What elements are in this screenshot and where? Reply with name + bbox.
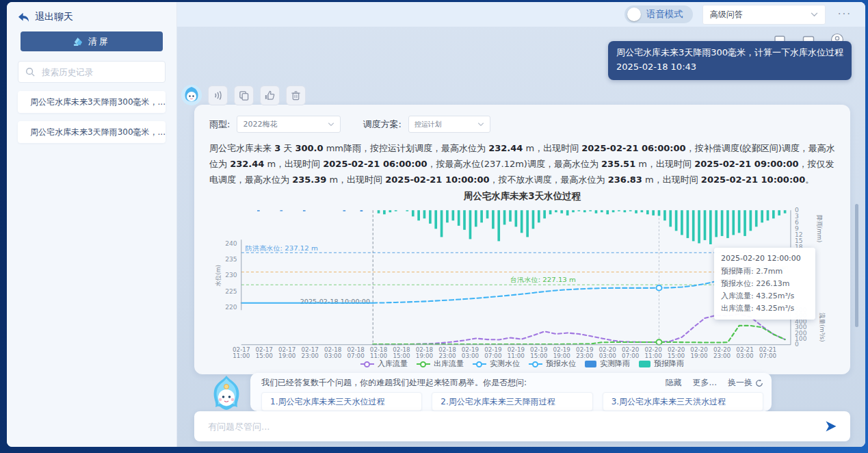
svg-text:02-1715:00: 02-1715:00: [256, 347, 273, 360]
history-sidebar: 退出聊天 清屏 周公宅水库未来3天降雨300毫米，...周公宅水库未来3天降雨3…: [7, 2, 177, 447]
user-message-bubble: 周公宅水库未来3天降雨300毫米，计算一下水库水位过程 2025-02-18 1…: [608, 41, 852, 80]
refresh-icon: [755, 379, 763, 387]
refresh-suggestions-link[interactable]: 换一换: [728, 377, 763, 389]
search-icon: [25, 67, 35, 77]
chat-scrollbar[interactable]: [855, 204, 858, 327]
svg-text:02-1719:00: 02-1719:00: [278, 347, 295, 360]
svg-text:02-1823:00: 02-1823:00: [438, 347, 456, 360]
svg-text:02-1811:00: 02-1811:00: [370, 347, 387, 360]
svg-text:02-1815:00: 02-1815:00: [393, 347, 410, 360]
chevron-down-icon: [328, 122, 334, 127]
suggestion-chip[interactable]: 1.周公宅水库未来三天水位过程: [261, 392, 422, 411]
svg-text:240: 240: [225, 240, 237, 247]
clear-screen-button[interactable]: 清屏: [21, 31, 163, 51]
voice-mode-toggle[interactable]: 语音模式: [624, 5, 693, 23]
like-button[interactable]: [260, 86, 280, 105]
chart-legend: 入库流量出库流量实测水位预报水位实测降雨预报降雨: [209, 359, 835, 369]
legend-swatch: [529, 363, 542, 365]
qa-mode-value: 高级问答: [710, 9, 743, 21]
legend-swatch: [360, 363, 374, 365]
bot-message-toolbar: [181, 85, 306, 105]
tooltip-row: 预报水位: 226.13m: [721, 278, 808, 290]
history-item[interactable]: 周公宅水库未来3天降雨300毫米，...: [18, 91, 166, 113]
svg-text:220: 220: [225, 305, 237, 311]
tooltip-row: 预报降雨: 2.7mm: [721, 266, 808, 278]
plan-select[interactable]: 控运计划: [408, 116, 490, 133]
user-message-time: 2025-02-18 10:43: [616, 60, 843, 75]
svg-text:02-1919:00: 02-1919:00: [553, 347, 570, 360]
legend-item[interactable]: 预报降雨: [639, 359, 684, 369]
rain-type-select[interactable]: 2022梅花: [237, 116, 341, 133]
svg-text:02-1723:00: 02-1723:00: [302, 347, 319, 360]
chevron-down-icon: [477, 122, 484, 127]
legend-item[interactable]: 出库流量: [417, 359, 464, 369]
exit-chat-label: 退出聊天: [35, 11, 73, 23]
svg-text:02-2003:00: 02-2003:00: [599, 347, 616, 360]
svg-text:降雨(mm): 降雨(mm): [815, 216, 822, 243]
legend-item[interactable]: 预报水位: [529, 359, 576, 369]
tooltip-row: 出库流量: 43.25m³/s: [721, 302, 808, 315]
svg-text:防洪高水位: 237.12 m: 防洪高水位: 237.12 m: [246, 244, 318, 252]
svg-text:02-1711:00: 02-1711:00: [233, 347, 250, 360]
legend-swatch: [639, 361, 650, 367]
qa-mode-select[interactable]: 高级问答: [702, 5, 826, 25]
chart-container: 周公宅水库未来3天水位过程 2025-02-18 10:00:00防洪高水位: …: [209, 190, 835, 369]
sound-waves-icon: [213, 90, 223, 101]
svg-text:0: 0: [795, 341, 799, 348]
svg-text:02-1803:00: 02-1803:00: [324, 347, 341, 360]
svg-text:02-1907:00: 02-1907:00: [484, 347, 501, 360]
top-toolbar: 语音模式 高级问答 ···: [177, 2, 865, 27]
suggestions-links: 隐藏 更多... 换一换: [666, 377, 763, 389]
bot-avatar: [181, 85, 202, 105]
copy-icon: [239, 90, 249, 101]
history-item[interactable]: 周公宅水库未来3天降雨300毫米，...: [18, 121, 166, 143]
user-message-text: 周公宅水库未来3天降雨300毫米，计算一下水库水位过程: [616, 46, 843, 60]
chevron-down-icon: [811, 12, 818, 17]
svg-text:02-2107:00: 02-2107:00: [759, 347, 776, 360]
legend-item[interactable]: 实测水位: [473, 359, 520, 369]
svg-text:235: 235: [225, 257, 237, 263]
history-search-input[interactable]: [40, 66, 158, 78]
legend-swatch: [473, 363, 486, 365]
back-arrow-icon: [18, 12, 29, 23]
svg-text:02-2023:00: 02-2023:00: [713, 347, 731, 360]
chat-main: 语音模式 高级问答 ··· 周公宅水库未来3天降雨300毫米，计算一下水库水位过…: [177, 2, 865, 447]
result-paragraph: 周公宅水库未来 3 天 300.0 mm降雨，按控运计划调度，最高水位为 232…: [209, 140, 835, 187]
voice-mode-label: 语音模式: [646, 8, 683, 21]
bot-response-card: 雨型: 2022梅花 调度方案: 控运计划 周公宅水库未来 3 天 300.0 …: [194, 105, 850, 374]
tooltip-time: 2025-02-20 12:00:00: [721, 253, 808, 265]
suggestion-chip[interactable]: 3.周公宅水库未来三天洪水过程: [603, 392, 763, 411]
app-window: 退出聊天 清屏 周公宅水库未来3天降雨300毫米，...周公宅水库未来3天降雨3…: [7, 2, 865, 447]
hide-suggestions-link[interactable]: 隐藏: [666, 377, 682, 389]
tooltip-row: 入库流量: 43.25m³/s: [721, 290, 808, 302]
trash-icon: [291, 90, 301, 101]
send-icon: [824, 419, 838, 433]
toggle-knob: [627, 8, 641, 21]
more-menu-button[interactable]: ···: [835, 8, 854, 21]
svg-text:02-1819:00: 02-1819:00: [416, 347, 433, 360]
svg-text:02-1911:00: 02-1911:00: [508, 347, 525, 360]
more-suggestions-link[interactable]: 更多...: [693, 377, 717, 389]
suggestion-chips: 1.周公宅水库未来三天水位过程2.周公宅水库未来三天降雨过程3.周公宅水库未来三…: [261, 392, 763, 411]
legend-item[interactable]: 入库流量: [360, 359, 408, 369]
svg-text:02-2019:00: 02-2019:00: [690, 347, 707, 360]
message-input[interactable]: [207, 421, 823, 432]
rain-type-value: 2022梅花: [243, 119, 277, 129]
copy-button[interactable]: [234, 86, 254, 105]
svg-text:水位(m): 水位(m): [215, 265, 222, 287]
suggestions-prompt: 我们已经答复数千个问题，你的难题我们处理起来轻而易举。你是否想问:: [261, 377, 527, 389]
exit-chat-button[interactable]: 退出聊天: [7, 2, 176, 30]
mascot-image: [206, 374, 247, 415]
svg-text:02-2011:00: 02-2011:00: [644, 347, 661, 360]
scenario-controls: 雨型: 2022梅花 调度方案: 控运计划: [209, 116, 835, 133]
send-button[interactable]: [823, 418, 839, 435]
svg-text:02-1915:00: 02-1915:00: [530, 347, 547, 360]
message-composer: [194, 411, 850, 441]
suggestion-chip[interactable]: 2.周公宅水库未来三天降雨过程: [432, 392, 592, 411]
plan-label: 调度方案:: [363, 118, 401, 131]
delete-button[interactable]: [286, 86, 306, 105]
legend-item[interactable]: 实测降雨: [585, 359, 630, 369]
read-aloud-button[interactable]: [208, 86, 228, 105]
chart-tooltip: 2025-02-20 12:00:00 预报降雨: 2.7mm预报水位: 226…: [714, 248, 815, 320]
svg-text:台汛水位: 227.13 m: 台汛水位: 227.13 m: [510, 276, 576, 284]
